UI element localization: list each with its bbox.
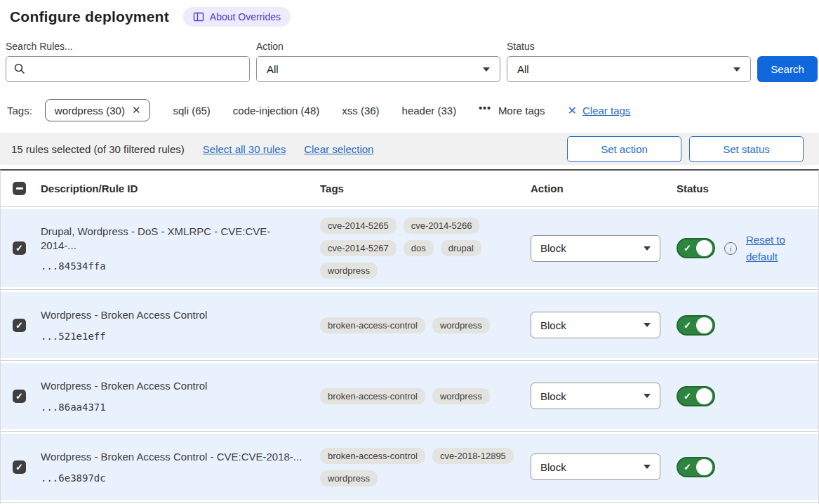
header-status: Status	[677, 183, 818, 194]
toggle-knob	[696, 240, 712, 256]
rule-description: Wordpress - Broken Access Control	[41, 308, 303, 322]
rule-tags: broken-access-control wordpress	[320, 317, 531, 333]
clear-tags-label: Clear tags	[582, 105, 630, 117]
tags-label: Tags:	[7, 105, 32, 117]
about-overrides-badge[interactable]: About Overrides	[183, 7, 291, 27]
page-header: Configure deployment About Overrides	[0, 0, 819, 27]
tag-item-code-injection[interactable]: code-injection (48)	[233, 105, 319, 117]
rule-id: ...521e1eff	[41, 331, 303, 342]
selection-bar: 15 rules selected (of 30 filtered rules)…	[0, 133, 819, 165]
row-checkbox[interactable]: ✓	[13, 241, 26, 255]
status-filter-value: All	[517, 63, 529, 75]
rule-action-select[interactable]: Block	[531, 383, 660, 409]
rule-action-value: Block	[540, 390, 566, 402]
set-action-button[interactable]: Set action	[567, 136, 681, 162]
row-checkbox[interactable]: ✓	[13, 319, 26, 332]
rules-table: Description/Rule ID Tags Action Status ✓…	[0, 169, 819, 504]
select-all-link[interactable]: Select all 30 rules	[203, 143, 286, 155]
tag-pill: cve-2018-12895	[432, 448, 514, 464]
rule-description: Drupal, Wordpress - DoS - XMLRPC - CVE:C…	[41, 225, 303, 252]
rule-tags: broken-access-control wordpress	[320, 388, 531, 404]
selected-tag-wordpress[interactable]: wordpress (30) ✕	[45, 99, 151, 121]
action-filter-select[interactable]: All	[256, 56, 500, 82]
rule-description: Wordpress - Broken Access Control	[41, 379, 303, 393]
check-icon: ✓	[15, 244, 23, 253]
check-icon: ✓	[684, 462, 691, 472]
rule-status-toggle[interactable]: ✓	[677, 457, 715, 477]
row-checkbox[interactable]: ✓	[13, 390, 26, 403]
table-row: ✓ Wordpress - Broken Access Control - CV…	[1, 431, 818, 502]
rule-action-select[interactable]: Block	[531, 235, 660, 262]
tag-pill: wordpress	[432, 317, 490, 333]
clear-tags-button[interactable]: ✕ Clear tags	[568, 104, 631, 117]
indeterminate-icon	[16, 187, 23, 190]
action-filter-label: Action	[256, 41, 500, 52]
tag-item-header[interactable]: header (33)	[402, 105, 457, 117]
rule-tags: broken-access-control cve-2018-12895 wor…	[320, 448, 531, 486]
tag-pill: cve-2014-5267	[320, 240, 397, 256]
tag-item-xss[interactable]: xss (36)	[342, 105, 379, 117]
tag-pill: wordpress	[320, 263, 378, 279]
set-status-button[interactable]: Set status	[689, 136, 804, 162]
check-icon: ✓	[684, 243, 691, 253]
tag-pill: dos	[404, 240, 434, 256]
tag-pill: wordpress	[320, 470, 378, 486]
row-checkbox[interactable]: ✓	[13, 460, 26, 474]
book-icon	[193, 12, 204, 22]
more-tags-label: More tags	[498, 105, 545, 117]
tag-pill: wordpress	[432, 388, 490, 404]
rule-action-select[interactable]: Block	[531, 312, 660, 338]
about-overrides-label: About Overrides	[210, 11, 281, 22]
header-tags: Tags	[320, 183, 531, 194]
status-filter-label: Status	[507, 41, 751, 52]
chevron-down-icon	[483, 67, 490, 72]
check-icon: ✓	[684, 320, 691, 331]
tag-pill: cve-2014-5266	[404, 218, 480, 234]
rule-status-toggle[interactable]: ✓	[677, 315, 715, 336]
table-row: ✓ Wordpress - Broken Access Control ...8…	[1, 360, 818, 431]
rule-description: Wordpress - Broken Access Control - CVE:…	[41, 450, 303, 464]
toggle-knob	[696, 388, 712, 404]
clear-icon: ✕	[568, 104, 577, 117]
chevron-down-icon	[733, 67, 740, 72]
reset-to-default-link[interactable]: Reset to default	[746, 232, 791, 265]
rule-status-toggle[interactable]: ✓	[677, 238, 715, 258]
header-action: Action	[531, 183, 677, 194]
remove-tag-icon[interactable]: ✕	[132, 104, 141, 117]
table-row: ✓ Drupal, Wordpress - DoS - XMLRPC - CVE…	[1, 206, 818, 289]
page-title: Configure deployment	[10, 8, 169, 25]
status-filter-select[interactable]: All	[507, 56, 751, 82]
chevron-down-icon	[644, 394, 651, 398]
tag-pill: drupal	[441, 240, 481, 256]
chevron-down-icon	[644, 323, 651, 327]
rule-id: ...6e3897dc	[41, 472, 303, 484]
selection-summary: 15 rules selected (of 30 filtered rules)	[11, 143, 185, 155]
clear-selection-link[interactable]: Clear selection	[304, 143, 373, 155]
header-description: Description/Rule ID	[41, 183, 320, 194]
search-button[interactable]: Search	[757, 56, 818, 82]
info-icon[interactable]: i	[724, 242, 737, 255]
rule-status-toggle[interactable]: ✓	[677, 386, 715, 406]
rule-action-value: Block	[540, 242, 566, 254]
tag-pill: cve-2014-5265	[320, 218, 397, 234]
selected-tag-label: wordpress (30)	[55, 105, 125, 117]
rule-action-value: Block	[540, 461, 566, 473]
search-label: Search Rules...	[6, 41, 250, 52]
table-header: Description/Rule ID Tags Action Status	[1, 171, 818, 206]
toggle-knob	[696, 317, 712, 333]
tag-pill: broken-access-control	[320, 388, 425, 404]
more-tags-button[interactable]: ••• More tags	[479, 105, 545, 117]
check-icon: ✓	[684, 391, 691, 402]
action-filter-value: All	[267, 63, 279, 75]
rule-action-select[interactable]: Block	[531, 453, 660, 480]
check-icon: ✓	[15, 321, 23, 330]
toggle-knob	[696, 459, 712, 475]
rule-id: ...86aa4371	[41, 402, 303, 413]
tag-item-sqli[interactable]: sqli (65)	[173, 105, 210, 117]
rule-tags: cve-2014-5265 cve-2014-5266 cve-2014-526…	[320, 218, 531, 279]
select-all-checkbox[interactable]	[13, 182, 26, 195]
search-input[interactable]	[6, 56, 250, 82]
rule-id: ...84534ffa	[41, 260, 303, 272]
tag-pill: broken-access-control	[320, 448, 425, 464]
chevron-down-icon	[644, 246, 651, 251]
